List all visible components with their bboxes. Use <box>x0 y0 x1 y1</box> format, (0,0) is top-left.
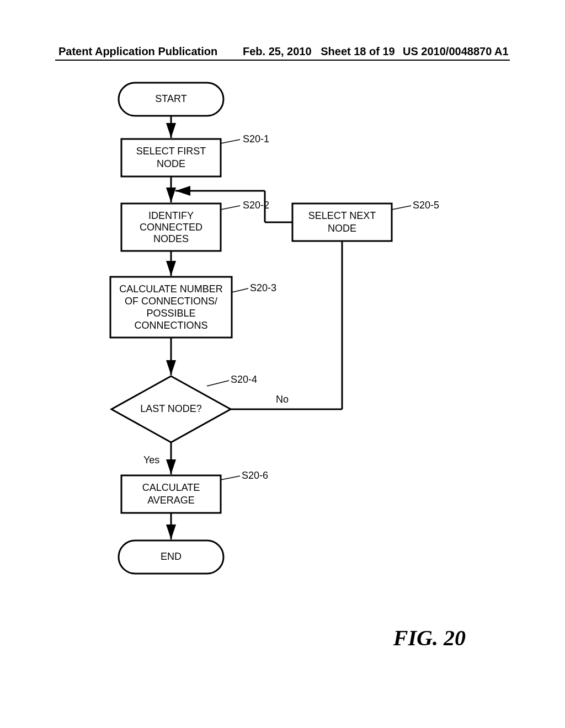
step-calculate-connections: CALCULATE NUMBER OF CONNECTIONS/ POSSIBL… <box>110 277 232 338</box>
step1-line1: SELECT FIRST <box>136 146 206 157</box>
leader-line <box>207 381 229 386</box>
step-identify-connected-nodes: IDENTIFY CONNECTED NODES <box>121 204 221 251</box>
leader-line <box>392 206 411 210</box>
step2-line3: NODES <box>153 233 189 244</box>
decision-text: LAST NODE? <box>140 403 202 414</box>
step3-label: S20-3 <box>250 282 276 293</box>
step3-line3: POSSIBLE <box>146 308 195 319</box>
header-date: Feb. 25, 2010 <box>243 45 312 57</box>
header-docnum: US 2010/0048870 A1 <box>403 45 509 58</box>
leader-line <box>221 476 240 480</box>
leader-line <box>221 206 240 210</box>
step6-line1: CALCULATE <box>142 482 200 493</box>
flowchart: START SELECT FIRST NODE S20-1 IDENTIFY C… <box>83 77 486 585</box>
step6-line2: AVERAGE <box>147 495 195 506</box>
header-publication: Patent Application Publication <box>58 45 217 58</box>
start-text: START <box>155 93 186 104</box>
step5-label: S20-5 <box>413 200 439 211</box>
header-sheet: Sheet 18 of 19 <box>321 45 395 57</box>
step-select-next-node: SELECT NEXT NODE <box>292 204 392 241</box>
header-rule <box>55 60 510 61</box>
step1-label: S20-1 <box>243 133 269 144</box>
step-select-first-node: SELECT FIRST NODE <box>121 139 221 176</box>
step-calculate-average: CALCULATE AVERAGE <box>121 475 221 513</box>
step1-line2: NODE <box>157 158 185 169</box>
end-text: END <box>161 551 182 562</box>
step5-line1: SELECT NEXT <box>308 210 376 221</box>
step3-line4: CONNECTIONS <box>134 320 207 331</box>
decision-label: S20-4 <box>231 374 257 385</box>
no-label: No <box>276 394 289 405</box>
step6-label: S20-6 <box>242 470 268 481</box>
step5-line2: NODE <box>328 223 356 234</box>
leader-line <box>221 140 240 143</box>
end-node: END <box>119 540 223 574</box>
step3-line1: CALCULATE NUMBER <box>119 283 223 295</box>
step2-line2: CONNECTED <box>140 222 202 233</box>
yes-label: Yes <box>143 454 159 465</box>
leader-line <box>232 288 248 292</box>
step2-line1: IDENTIFY <box>148 210 194 221</box>
start-node: START <box>119 83 223 116</box>
header-date-sheet: Feb. 25, 2010 Sheet 18 of 19 <box>243 45 395 58</box>
figure-caption: FIG. 20 <box>393 625 466 651</box>
step3-line2: OF CONNECTIONS/ <box>125 296 217 307</box>
decision-last-node: LAST NODE? <box>111 376 231 442</box>
